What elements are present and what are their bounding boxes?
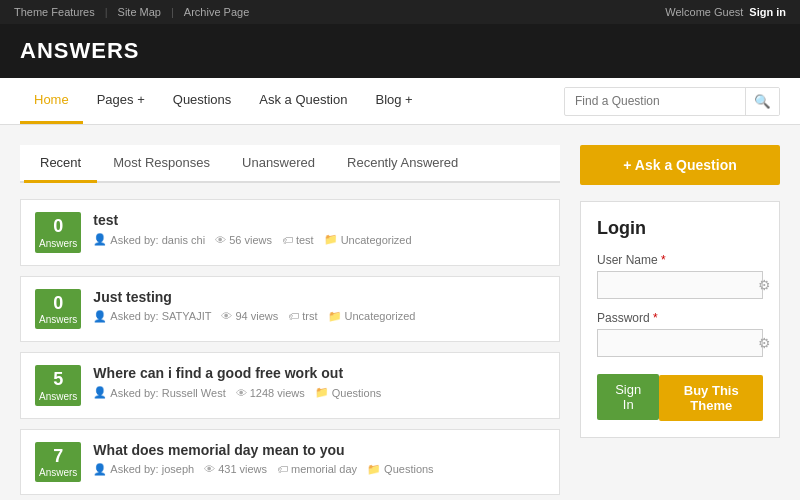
asked-by: 👤Asked by: danis chi <box>93 233 205 246</box>
answer-count-badge: 7 Answers <box>35 442 81 483</box>
answer-count: 7 <box>39 446 77 468</box>
password-required: * <box>653 311 658 325</box>
question-body: test 👤Asked by: danis chi 👁56 views 🏷tes… <box>93 212 545 246</box>
question-title[interactable]: test <box>93 212 545 228</box>
answer-count-badge: 5 Answers <box>35 365 81 406</box>
answer-label: Answers <box>39 467 77 478</box>
nav-ask-question[interactable]: Ask a Question <box>245 78 361 124</box>
answer-label: Answers <box>39 391 77 402</box>
question-body: What does memorial day mean to you 👤Aske… <box>93 442 545 476</box>
lock-icon: ⚙ <box>758 335 771 351</box>
user-icon: ⚙ <box>758 277 771 293</box>
nav-links: Home Pages + Questions Ask a Question Bl… <box>20 78 427 124</box>
tag: 🏷trst <box>288 310 317 322</box>
question-title[interactable]: Just testing <box>93 289 545 305</box>
answer-label: Answers <box>39 314 77 325</box>
answer-label: Answers <box>39 238 77 249</box>
password-label: Password * <box>597 311 763 325</box>
answer-count-badge: 0 Answers <box>35 212 81 253</box>
nav-pages[interactable]: Pages + <box>83 78 159 124</box>
category: 📁Uncategorized <box>328 310 416 323</box>
site-title: ANSWERS <box>20 38 780 64</box>
password-input[interactable] <box>604 334 758 352</box>
question-meta: 👤Asked by: SATYAJIT 👁94 views 🏷trst 📁Unc… <box>93 310 545 323</box>
views: 👁94 views <box>221 310 278 322</box>
answer-count: 0 <box>39 293 77 315</box>
buy-theme-button[interactable]: Buy This Theme <box>659 375 763 421</box>
tag: 🏷memorial day <box>277 463 357 475</box>
answer-count: 0 <box>39 216 77 238</box>
nav-blog[interactable]: Blog + <box>361 78 426 124</box>
password-input-wrap: ⚙ <box>597 329 763 357</box>
username-group: User Name * ⚙ <box>597 253 763 299</box>
answer-count: 5 <box>39 369 77 391</box>
nav-bar: Home Pages + Questions Ask a Question Bl… <box>0 78 800 125</box>
top-bar: Theme Features | Site Map | Archive Page… <box>0 0 800 24</box>
views: 👁56 views <box>215 234 272 246</box>
signin-button[interactable]: Sign In <box>597 374 659 420</box>
welcome-text: Welcome Guest <box>665 6 743 18</box>
question-meta: 👤Asked by: danis chi 👁56 views 🏷test 📁Un… <box>93 233 545 246</box>
asked-by: 👤Asked by: SATYAJIT <box>93 310 211 323</box>
question-item: 5 Answers Where can i find a good free w… <box>20 352 560 419</box>
question-item: 7 Answers What does memorial day mean to… <box>20 429 560 496</box>
answer-count-badge: 0 Answers <box>35 289 81 330</box>
question-item: 0 Answers Just testing 👤Asked by: SATYAJ… <box>20 276 560 343</box>
category: 📁Uncategorized <box>324 233 412 246</box>
question-tabs: Recent Most Responses Unanswered Recentl… <box>20 145 560 183</box>
category: 📁Questions <box>367 463 434 476</box>
search-button[interactable]: 🔍 <box>745 88 779 115</box>
username-input[interactable] <box>604 276 758 294</box>
question-meta: 👤Asked by: Russell West 👁1248 views 📁Que… <box>93 386 545 399</box>
ask-question-button[interactable]: + Ask a Question <box>580 145 780 185</box>
password-group: Password * ⚙ <box>597 311 763 357</box>
signin-link[interactable]: Sign in <box>749 6 786 18</box>
views: 👁431 views <box>204 463 267 475</box>
login-title: Login <box>597 218 763 239</box>
question-body: Just testing 👤Asked by: SATYAJIT 👁94 vie… <box>93 289 545 323</box>
sidebar: + Ask a Question Login User Name * ⚙ Pas… <box>580 145 780 500</box>
nav-questions[interactable]: Questions <box>159 78 246 124</box>
question-meta: 👤Asked by: joseph 👁431 views 🏷memorial d… <box>93 463 545 476</box>
search-input[interactable] <box>565 88 745 114</box>
main-container: Recent Most Responses Unanswered Recentl… <box>0 125 800 500</box>
question-title[interactable]: What does memorial day mean to you <box>93 442 545 458</box>
username-required: * <box>661 253 666 267</box>
top-bar-links: Theme Features | Site Map | Archive Page <box>14 6 249 18</box>
views: 👁1248 views <box>236 387 305 399</box>
username-input-wrap: ⚙ <box>597 271 763 299</box>
category: 📁Questions <box>315 386 382 399</box>
username-label: User Name * <box>597 253 763 267</box>
archive-page-link[interactable]: Archive Page <box>184 6 249 18</box>
asked-by: 👤Asked by: joseph <box>93 463 194 476</box>
question-title[interactable]: Where can i find a good free work out <box>93 365 545 381</box>
tab-recently-answered[interactable]: Recently Answered <box>331 145 474 183</box>
brand-bar: ANSWERS <box>0 24 800 78</box>
nav-home[interactable]: Home <box>20 78 83 124</box>
tab-recent[interactable]: Recent <box>24 145 97 183</box>
site-map-link[interactable]: Site Map <box>118 6 161 18</box>
tab-unanswered[interactable]: Unanswered <box>226 145 331 183</box>
question-body: Where can i find a good free work out 👤A… <box>93 365 545 399</box>
asked-by: 👤Asked by: Russell West <box>93 386 225 399</box>
tag: 🏷test <box>282 234 314 246</box>
login-box: Login User Name * ⚙ Password * ⚙ <box>580 201 780 438</box>
top-bar-right: Welcome Guest Sign in <box>665 6 786 18</box>
login-actions: Sign In Buy This Theme <box>597 369 763 421</box>
tab-most-responses[interactable]: Most Responses <box>97 145 226 183</box>
theme-features-link[interactable]: Theme Features <box>14 6 95 18</box>
question-item: 0 Answers test 👤Asked by: danis chi 👁56 … <box>20 199 560 266</box>
content-area: Recent Most Responses Unanswered Recentl… <box>20 145 560 500</box>
search-bar: 🔍 <box>564 87 780 116</box>
